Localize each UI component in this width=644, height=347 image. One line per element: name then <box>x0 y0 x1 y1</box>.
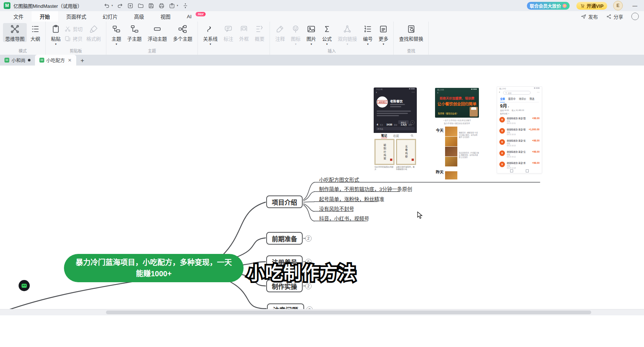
douyin-tabs: 笔记 收藏 <box>374 133 417 138</box>
undo-dropdown-icon[interactable]: ▾ <box>112 4 113 7</box>
bill-sub: 转账 <box>507 131 510 133</box>
find-replace-button[interactable]: 查找和替换 <box>397 23 425 42</box>
bidirectional-link-button[interactable]: 双向链接 <box>335 23 359 46</box>
mindmap-mode-button[interactable]: 思维导图 <box>3 23 27 42</box>
bill-row: ¥ 收钱码收款-来自*云 转账 09-15 16:12 +98.00 <box>499 149 540 160</box>
copy-button[interactable]: 拷贝 <box>64 35 83 42</box>
comment-button[interactable]: 注释 <box>273 23 287 42</box>
seal-text: 老陈餐饮 <box>377 100 387 104</box>
branch-node-preparation[interactable]: 前期准备 <box>266 232 303 245</box>
horizontal-scrollbar[interactable] <box>0 309 644 315</box>
floating-topic-button[interactable]: 浮动主题 <box>145 23 169 42</box>
assistant-icon[interactable] <box>631 13 639 20</box>
bill-date: 09-15 22:01 <box>507 122 516 124</box>
quick-access-toolbar: ▾ ▾ <box>104 3 189 9</box>
payment-icon: ¥ <box>499 128 505 134</box>
ribbon-item-label: 多个主题 <box>173 35 192 42</box>
undo-icon[interactable] <box>104 3 110 9</box>
attachment-douyin-profile[interactable]: 下午2:45 ‹ ⋯ 老陈餐饮 老陈餐饮 4 关注 3436 粉丝 1.8万 获… <box>374 87 417 171</box>
collapse-badge[interactable]: 2 <box>305 235 312 242</box>
subtopic-text[interactable]: 起号简单，涨粉快，粉丝精准 <box>319 195 384 203</box>
overlay-fill-text: 小吃制作方法 <box>247 263 356 283</box>
attachment-promo-feed[interactable]: 晚上9:06 ‹ 拒绝天价加盟费、培训费 让小餐饮创业回归简单 陈师傅（餐饮创业… <box>435 88 479 181</box>
boundary-button[interactable]: 外框 <box>237 23 251 42</box>
vip-label: 开通VIP <box>587 2 603 9</box>
callout-icon <box>224 25 233 34</box>
ribbon-item-label: 浮动主题 <box>148 35 167 42</box>
bill-amount: +98.00 <box>532 139 540 142</box>
food-thumbnails <box>445 171 457 180</box>
menu-tab-advanced[interactable]: 高级 <box>126 11 152 22</box>
central-topic-node[interactable]: 暴力冷门蓝海项目，小吃配方，多种变现，一天能赚1000+ <box>64 254 244 282</box>
doc-tab-xiaochipeifang[interactable]: 小吃配方 ✕ <box>35 55 76 66</box>
status-icons <box>534 87 540 90</box>
format-painter-button[interactable]: 格式刷 <box>84 23 103 42</box>
stat-label: 关注 <box>380 124 383 126</box>
close-tab-icon[interactable]: ✕ <box>68 58 72 63</box>
new-file-icon[interactable] <box>127 3 133 9</box>
bill-sub: 转账 <box>507 120 510 122</box>
menu-tab-view[interactable]: 视图 <box>152 11 179 22</box>
redo-icon[interactable] <box>117 3 123 9</box>
topic-button[interactable]: 主题 <box>109 23 123 46</box>
icon-marker-button[interactable]: 图标 <box>289 23 303 46</box>
subtopic-text[interactable]: 抖音，小红书，视频号 <box>319 214 369 222</box>
stat-num: 3436 <box>386 123 392 126</box>
user-avatar[interactable]: E <box>613 1 623 10</box>
export-dropdown-icon[interactable]: ▾ <box>177 4 178 7</box>
menu-tab-page-style[interactable]: 页面样式 <box>58 11 94 22</box>
ribbon-group-topic: 主题 子主题 浮动主题 多个主题 主题 <box>106 22 198 55</box>
formula-button[interactable]: 公式 <box>320 23 334 46</box>
toolbar-more-icon[interactable] <box>182 3 189 9</box>
menu-tab-file[interactable]: 文件 <box>5 11 32 22</box>
ribbon-group-mode: 思维导图 大纲 模式 <box>0 22 46 55</box>
multiple-topics-button[interactable]: 多个主题 <box>171 23 194 42</box>
branch-node-project-intro[interactable]: 项目介绍 <box>266 195 303 208</box>
publish-button[interactable]: 发布 <box>581 13 598 20</box>
bill-month: 9月 <box>500 102 509 109</box>
outline-mode-button[interactable]: 大纲 <box>28 23 42 42</box>
ribbon-item-label: 编号 <box>363 35 373 42</box>
ribbon-group-label: 模式 <box>3 47 42 55</box>
ribbon-item-label: 大纲 <box>30 35 40 42</box>
menu-tab-ai[interactable]: AI Hot <box>179 11 200 22</box>
subtopic-text[interactable]: 没有风险不封号 <box>319 205 354 212</box>
scrollbar-thumb[interactable] <box>106 311 591 314</box>
attachment-bill-list[interactable]: 晚上9:42 ‹ 搜索 ⋯ 全部 服务中 待评价 筛选 9月 支出 ¥0.00 … <box>497 86 542 174</box>
summary-button[interactable]: 概要 <box>252 23 267 42</box>
vip-button[interactable]: 开通VIP <box>576 2 607 10</box>
export-icon[interactable] <box>169 3 175 9</box>
new-tab-button[interactable]: + <box>81 57 84 66</box>
numbering-button[interactable]: 编号 <box>361 23 375 46</box>
menu-tab-home[interactable]: 开始 <box>32 11 58 22</box>
minimize-button[interactable]: — <box>632 3 637 9</box>
doc-tab-xiaoheshang[interactable]: 小和尚 <box>0 55 35 66</box>
ribbon-toolbar: 思维导图 大纲 模式 粘贴 剪切 拷贝 <box>0 22 644 55</box>
bill-date: 09-15 18:15 <box>507 145 516 147</box>
callout-button[interactable]: 标注 <box>221 23 235 42</box>
paste-button[interactable]: 粘贴 <box>49 23 63 46</box>
share-button[interactable]: 分享 <box>606 13 623 20</box>
print-icon[interactable] <box>158 3 165 9</box>
cut-button[interactable]: 剪切 <box>64 25 83 32</box>
search-icon <box>410 134 414 137</box>
subtopic-button[interactable]: 子主题 <box>125 23 144 42</box>
document-icon <box>39 58 44 63</box>
member-promo-badge[interactable]: 联合会员大放价 <box>527 2 570 10</box>
bill-title: 收钱码收款-来自*云 <box>507 150 526 153</box>
image-button[interactable]: 图片 <box>304 23 318 46</box>
helper-floating-button[interactable] <box>19 280 30 291</box>
save-icon[interactable] <box>148 3 154 9</box>
share-label: 分享 <box>614 13 623 20</box>
ribbon-item-label: 图片 <box>306 35 316 42</box>
relationship-button[interactable]: 关系线 <box>201 23 220 46</box>
menu-tab-slides[interactable]: 幻灯片 <box>94 11 126 22</box>
back-icon: ‹ <box>499 91 500 94</box>
subtopic-text[interactable]: 小吃配方图文形式 <box>319 176 359 183</box>
share-icon <box>606 14 612 19</box>
mindmap-canvas[interactable]: 暴力冷门蓝海项目，小吃配方，多种变现，一天能赚1000+ 项目介绍 前期准备 注… <box>0 66 644 347</box>
subtopic-text[interactable]: 制作简单，不用剪辑功底，3分钟一条原创 <box>319 185 412 192</box>
open-file-icon[interactable] <box>138 3 144 9</box>
day-label-today: 今天 <box>436 127 444 133</box>
more-button[interactable]: 更多 <box>376 23 390 46</box>
